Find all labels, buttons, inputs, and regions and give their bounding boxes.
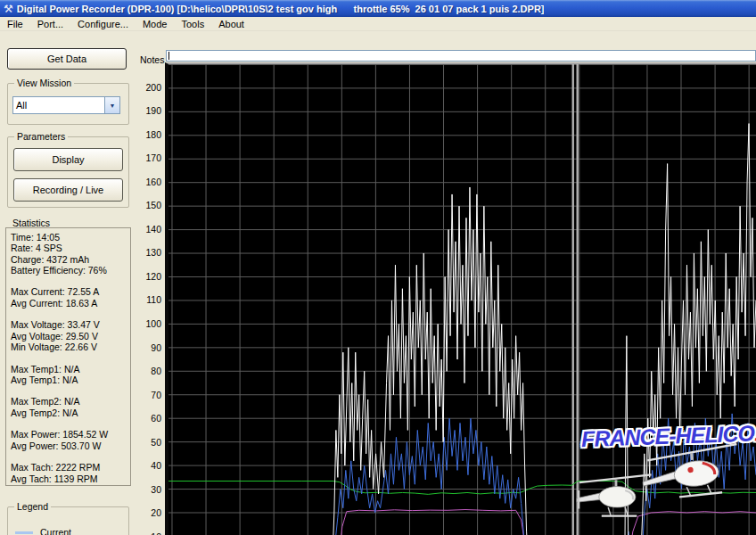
title-bar: ⚒ Digital Power Recorder (DPR-100) [D:\h… xyxy=(0,0,756,17)
app-window: ⚒ Digital Power Recorder (DPR-100) [D:\h… xyxy=(0,0,756,535)
y-tick-label: 180 xyxy=(145,129,161,140)
series-voltagev xyxy=(168,482,756,495)
statistic-line: Avg Voltage: 29.50 V xyxy=(11,331,130,342)
chevron-down-icon[interactable]: ▼ xyxy=(104,97,119,113)
menu-bar: FilePort...Configure...ModeToolsAbout xyxy=(0,17,756,31)
y-tick-label: 90 xyxy=(151,342,161,353)
statistic-line: Avg Tach: 1139 RPM xyxy=(11,473,130,484)
series-tachrpmx xyxy=(339,510,756,535)
y-tick-label: 10 xyxy=(151,531,161,535)
series-currenta xyxy=(333,414,756,535)
statistic-line: Max Temp2: N/A xyxy=(11,396,130,407)
statistic-line: Charge: 4372 mAh xyxy=(11,254,130,265)
y-tick-label: 70 xyxy=(151,390,161,400)
y-tick-label: 120 xyxy=(145,271,161,282)
get-data-button[interactable]: Get Data xyxy=(7,48,127,70)
y-tick-label: 60 xyxy=(151,413,161,424)
y-tick-label: 110 xyxy=(146,294,161,305)
y-tick-label: 100 xyxy=(145,318,161,329)
legend-group: Legend Current xyxy=(7,506,129,535)
statistic-line xyxy=(11,352,130,363)
menu-item-configure[interactable]: Configure... xyxy=(70,18,136,30)
view-mission-label: View Mission xyxy=(14,78,74,88)
statistic-line: Rate: 4 SPS xyxy=(11,243,130,253)
y-tick-label: 40 xyxy=(151,460,161,471)
statistic-line: Max Tach: 2222 RPM xyxy=(11,462,130,473)
statistic-line: Avg Current: 18.63 A xyxy=(11,298,130,309)
statistic-line xyxy=(11,385,130,396)
display-button[interactable]: Display xyxy=(13,148,123,171)
text-caret xyxy=(168,52,169,60)
statistic-line: Battery Efficiency: 76% xyxy=(11,265,130,276)
legend-item-label: Current xyxy=(40,527,71,535)
window-title: Digital Power Recorder (DPR-100) [D:\hel… xyxy=(17,4,545,14)
statistic-line: Max Power: 1854.52 W xyxy=(11,429,130,440)
notes-label: Notes xyxy=(140,54,164,65)
statistic-line xyxy=(11,276,130,286)
y-axis-tick-labels: 2001901801701601501401301201101009080706… xyxy=(134,32,163,535)
statistic-line xyxy=(11,309,130,319)
statistic-line: Max Current: 72.55 A xyxy=(11,286,130,297)
y-tick-label: 80 xyxy=(151,366,161,376)
y-tick-label: 190 xyxy=(145,105,161,116)
view-mission-select[interactable]: All ▼ xyxy=(12,96,120,114)
menu-item-about[interactable]: About xyxy=(211,18,251,30)
statistic-line: Max Voltage: 33.47 V xyxy=(11,319,130,330)
y-tick-label: 170 xyxy=(145,152,161,163)
statistic-line: Time: 14:05 xyxy=(11,232,130,243)
y-tick-label: 150 xyxy=(145,200,161,210)
parameters-group: Parameters Display Recording / Live xyxy=(7,136,129,208)
y-tick-label: 140 xyxy=(145,224,161,235)
y-tick-label: 160 xyxy=(145,177,161,187)
menu-item-port[interactable]: Port... xyxy=(30,18,70,30)
statistic-line: Avg Temp2: N/A xyxy=(11,407,130,418)
legend-label: Legend xyxy=(14,501,51,512)
menu-item-tools[interactable]: Tools xyxy=(174,18,211,30)
y-tick-label: 50 xyxy=(151,437,161,448)
statistics-panel: Time: 14:05Rate: 4 SPSCharge: 4372 mAhBa… xyxy=(5,227,131,486)
y-tick-label: 200 xyxy=(145,82,161,93)
y-tick-label: 130 xyxy=(145,247,161,258)
legend-color-swatch xyxy=(15,531,33,534)
statistic-line xyxy=(11,418,130,429)
statistic-line: Avg Power: 503.70 W xyxy=(11,440,130,451)
menu-item-mode[interactable]: Mode xyxy=(136,18,175,30)
notes-input[interactable] xyxy=(166,50,756,62)
statistic-line: Avg Temp1: N/A xyxy=(11,374,130,385)
parameters-label: Parameters xyxy=(14,131,68,142)
recording-live-button[interactable]: Recording / Live xyxy=(13,178,123,202)
menu-item-file[interactable]: File xyxy=(0,18,30,30)
legend-item: Current xyxy=(15,527,71,535)
app-icon: ⚒ xyxy=(4,4,13,14)
statistic-line xyxy=(11,451,130,462)
y-tick-label: 30 xyxy=(151,484,161,495)
chart-plot-area[interactable] xyxy=(165,62,756,535)
statistic-line: Min Voltage: 22.66 V xyxy=(11,342,130,352)
statistic-line: Max Temp1: N/A xyxy=(11,364,130,374)
view-mission-selected-value: All xyxy=(13,100,27,111)
y-tick-label: 20 xyxy=(151,507,161,518)
